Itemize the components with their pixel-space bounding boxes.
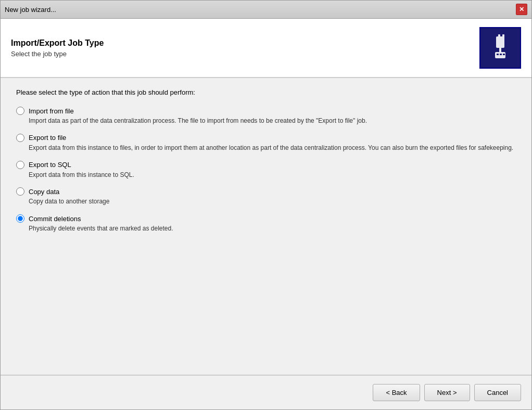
content-section: Please select the type of action that th… xyxy=(1,78,531,375)
list-item: Copy data Copy data to another storage xyxy=(16,187,516,206)
svg-rect-2 xyxy=(502,34,504,38)
label-export-to-file[interactable]: Export to file xyxy=(29,134,66,142)
back-button[interactable]: < Back xyxy=(373,384,420,401)
radio-row-export-to-file: Export to file xyxy=(16,134,516,142)
radio-row-export-to-sql: Export to SQL xyxy=(16,161,516,169)
cancel-button[interactable]: Cancel xyxy=(474,384,521,401)
network-icon xyxy=(485,32,516,63)
title-bar: New job wizard... ✕ xyxy=(1,1,531,19)
desc-commit-deletions: Physically delete events that are marked… xyxy=(29,224,516,233)
list-item: Export to file Export data from this ins… xyxy=(16,134,516,152)
label-import-from-file[interactable]: Import from file xyxy=(29,107,74,115)
content-prompt: Please select the type of action that th… xyxy=(16,88,516,96)
header-title: Import/Export Job Type xyxy=(11,39,104,48)
radio-row-import-from-file: Import from file xyxy=(16,107,516,115)
svg-rect-1 xyxy=(498,34,500,38)
header-icon xyxy=(479,27,521,69)
desc-export-to-file: Export data from this instance to files,… xyxy=(29,144,516,152)
header-section: Import/Export Job Type Select the job ty… xyxy=(1,19,531,78)
radio-copy-data[interactable] xyxy=(16,187,24,196)
next-button[interactable]: Next > xyxy=(424,384,470,401)
svg-rect-5 xyxy=(497,54,499,55)
desc-copy-data: Copy data to another storage xyxy=(29,197,516,206)
label-commit-deletions[interactable]: Commit deletions xyxy=(29,215,81,223)
wizard-window: New job wizard... ✕ Import/Export Job Ty… xyxy=(0,0,532,410)
list-item: Commit deletions Physically delete event… xyxy=(16,214,516,233)
svg-rect-0 xyxy=(496,36,504,48)
label-copy-data[interactable]: Copy data xyxy=(29,188,59,196)
radio-import-from-file[interactable] xyxy=(16,107,24,115)
list-item: Export to SQL Export data from this inst… xyxy=(16,161,516,180)
label-export-to-sql[interactable]: Export to SQL xyxy=(29,161,71,169)
svg-rect-6 xyxy=(500,54,502,55)
header-text: Import/Export Job Type Select the job ty… xyxy=(11,39,104,58)
close-button[interactable]: ✕ xyxy=(516,4,527,15)
radio-row-commit-deletions: Commit deletions xyxy=(16,214,516,223)
header-subtitle: Select the job type xyxy=(11,50,104,58)
desc-export-to-sql: Export data from this instance to SQL. xyxy=(29,171,516,180)
radio-export-to-file[interactable] xyxy=(16,134,24,142)
list-item: Import from file Import data as part of … xyxy=(16,107,516,125)
radio-group: Import from file Import data as part of … xyxy=(16,107,516,233)
radio-row-copy-data: Copy data xyxy=(16,187,516,196)
radio-export-to-sql[interactable] xyxy=(16,161,24,169)
footer-section: < Back Next > Cancel xyxy=(1,375,531,409)
radio-commit-deletions[interactable] xyxy=(16,214,24,223)
svg-rect-7 xyxy=(503,54,505,55)
window-title: New job wizard... xyxy=(5,6,56,14)
desc-import-from-file: Import data as part of the data centrali… xyxy=(29,117,516,125)
